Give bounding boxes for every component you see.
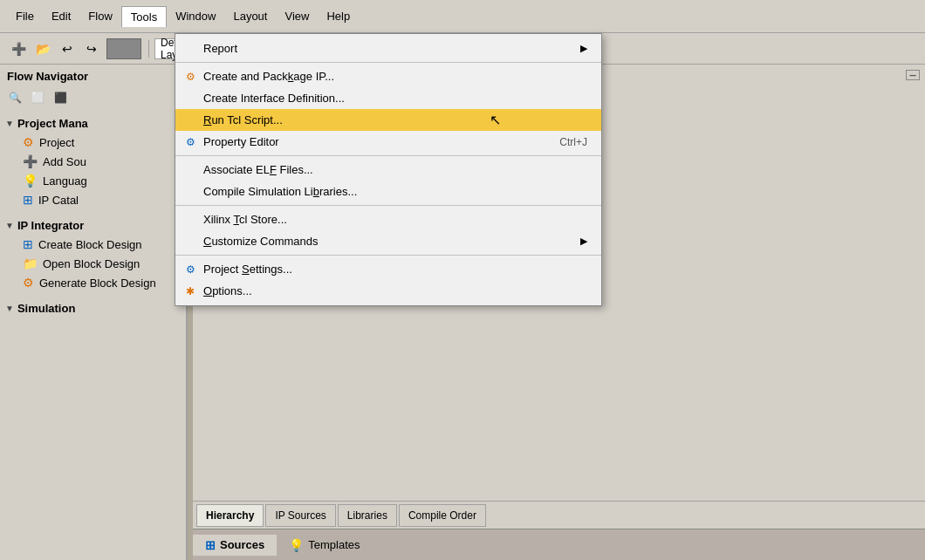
toolbar-redo-btn[interactable]: ↪: [80, 38, 103, 60]
compile-sim-icon: [182, 184, 198, 200]
menu-tcl-store-label: Xilinx Tcl Store...: [203, 213, 287, 226]
ip-integrator-header[interactable]: ▼ IP Integrator: [0, 216, 186, 235]
nav-project-label: Project: [39, 136, 74, 149]
menu-associate-elf[interactable]: Associate ELF Files...: [175, 159, 601, 181]
simulation-header[interactable]: ▼ Simulation: [0, 299, 186, 318]
nav-create-block[interactable]: ⊞ Create Block Design: [0, 235, 186, 254]
menu-report[interactable]: Report ▶: [175, 38, 601, 59]
nav-language-label: Languag: [43, 174, 87, 188]
menu-create-package-ip[interactable]: ⚙ Create and Packkage IP...: [175, 65, 601, 87]
menu-compile-sim[interactable]: Compile Simulation Libraries...: [175, 181, 601, 202]
report-arrow: ▶: [580, 43, 587, 54]
menu-run-tcl[interactable]: Run Tcl Script... ↖: [175, 109, 601, 131]
create-interface-icon: [182, 91, 198, 106]
add-sources-icon: ➕: [23, 154, 38, 168]
templates-tab-icon: 💡: [289, 538, 304, 552]
menu-options-label: Options...: [203, 284, 252, 297]
nav-generate-block[interactable]: ⚙ Generate Block Design: [0, 273, 186, 292]
menu-report-label: Report: [203, 42, 237, 55]
menu-property-editor-label: Property Editor: [203, 135, 279, 148]
ip-integrator-arrow: ▼: [5, 221, 14, 230]
tab-ip-sources[interactable]: IP Sources: [265, 504, 335, 527]
menu-edit[interactable]: Edit: [43, 6, 79, 26]
nav-generate-block-label: Generate Block Design: [39, 277, 156, 290]
menu-sep-2: [175, 155, 601, 156]
language-icon: 💡: [23, 174, 38, 188]
menu-associate-elf-label: Associate ELF Files...: [203, 163, 313, 176]
cursor-indicator: ↖: [490, 112, 501, 128]
project-manager-section: ▼ Project Mana ⚙ Project ➕ Add Sou 💡 Lan…: [0, 111, 186, 213]
project-settings-icon: ⚙: [182, 262, 198, 277]
nav-language[interactable]: 💡 Languag: [0, 171, 186, 190]
menu-sep-1: [175, 62, 601, 63]
project-manager-header[interactable]: ▼ Project Mana: [0, 114, 186, 133]
open-block-icon: 📁: [23, 256, 38, 270]
panel-tabs: Hierarchy IP Sources Libraries Compile O…: [193, 501, 925, 529]
menu-help[interactable]: Help: [318, 6, 359, 26]
minimize-btn[interactable]: ─: [906, 70, 920, 80]
status-bar: ⊞ Sources 💡 Templates: [193, 529, 925, 560]
nav-ip-catalog[interactable]: ⊞ IP Catal: [0, 190, 186, 209]
nav-open-block[interactable]: 📁 Open Block Design: [0, 254, 186, 273]
project-manager-arrow: ▼: [5, 119, 14, 128]
menu-flow[interactable]: Flow: [79, 6, 120, 26]
toolbar-open-btn[interactable]: 📂: [31, 38, 54, 60]
generate-block-icon: ⚙: [23, 276, 34, 290]
menu-tcl-store[interactable]: Xilinx Tcl Store...: [175, 208, 601, 230]
menu-create-package-label: Create and Packkage IP...: [203, 70, 334, 83]
ip-catalog-icon: ⊞: [23, 193, 33, 207]
tab-hierarchy[interactable]: Hierarchy: [196, 504, 264, 527]
menu-view[interactable]: View: [276, 6, 318, 26]
templates-tab[interactable]: 💡 Templates: [277, 535, 372, 556]
left-panel: Flow Navigator 🔍 ⬜ ⬛ ▼ Project Mana ⚙ Pr…: [0, 65, 188, 560]
property-editor-icon: ⚙: [182, 134, 198, 150]
toolbar-undo-btn[interactable]: ↩: [56, 38, 79, 60]
sources-tab-label: Sources: [220, 538, 264, 551]
project-manager-label: Project Mana: [17, 117, 88, 130]
menu-create-interface[interactable]: Create Interface Definition...: [175, 87, 601, 109]
panel-collapse-btn[interactable]: ⬛: [51, 88, 70, 107]
menu-project-settings[interactable]: ⚙ Project Settings...: [175, 258, 601, 280]
menu-property-editor[interactable]: ⚙ Property Editor Ctrl+J: [175, 131, 601, 153]
nav-ip-catalog-label: IP Catal: [38, 194, 79, 207]
simulation-section: ▼ Simulation: [0, 296, 186, 321]
menu-layout[interactable]: Layout: [224, 6, 276, 26]
compile-order-label: Compile Order: [408, 509, 476, 522]
nav-add-sources-label: Add Sou: [43, 155, 86, 168]
menu-file[interactable]: File: [7, 6, 43, 26]
nav-open-block-label: Open Block Design: [43, 257, 140, 270]
run-tcl-icon: [182, 113, 198, 128]
report-icon: [182, 41, 198, 57]
tab-compile-order[interactable]: Compile Order: [399, 504, 486, 527]
bottom-tabs-area: Hierarchy IP Sources Libraries Compile O…: [193, 501, 925, 560]
menu-compile-sim-label: Compile Simulation Libraries...: [203, 185, 357, 198]
libraries-label: Libraries: [347, 509, 387, 522]
panel-expand-btn[interactable]: ⬜: [28, 88, 47, 107]
menu-window[interactable]: Window: [167, 6, 224, 26]
menu-sep-3: [175, 205, 601, 206]
menu-options[interactable]: ✱ Options...: [175, 280, 601, 302]
nav-create-block-label: Create Block Design: [38, 238, 142, 251]
menu-run-tcl-label: Run Tcl Script...: [203, 113, 283, 126]
sources-tab-icon: ⊞: [205, 538, 216, 552]
project-icon: ⚙: [23, 135, 34, 149]
associate-elf-icon: [182, 162, 198, 178]
toolbar-new-btn[interactable]: ➕: [7, 38, 30, 60]
create-package-icon: ⚙: [182, 69, 198, 85]
create-block-icon: ⊞: [23, 237, 33, 251]
nav-project[interactable]: ⚙ Project: [0, 133, 186, 152]
property-editor-shortcut: Ctrl+J: [524, 136, 587, 148]
sources-tab[interactable]: ⊞ Sources: [193, 535, 277, 556]
simulation-arrow: ▼: [5, 304, 14, 313]
tab-libraries[interactable]: Libraries: [338, 504, 397, 527]
ip-integrator-section: ▼ IP Integrator ⊞ Create Block Design 📁 …: [0, 213, 186, 296]
templates-tab-label: Templates: [308, 538, 360, 551]
tcl-store-icon: [182, 212, 198, 228]
hierarchy-label: Hierarchy: [206, 509, 254, 522]
panel-search-btn[interactable]: 🔍: [5, 88, 24, 107]
menubar: File Edit Flow Tools Window Layout View …: [0, 0, 925, 33]
nav-add-sources[interactable]: ➕ Add Sou: [0, 152, 186, 171]
tools-dropdown-menu: Report ▶ ⚙ Create and Packkage IP... Cre…: [175, 33, 602, 306]
menu-tools[interactable]: Tools: [121, 6, 167, 27]
menu-customize-cmds[interactable]: Customize Commands ▶: [175, 230, 601, 252]
